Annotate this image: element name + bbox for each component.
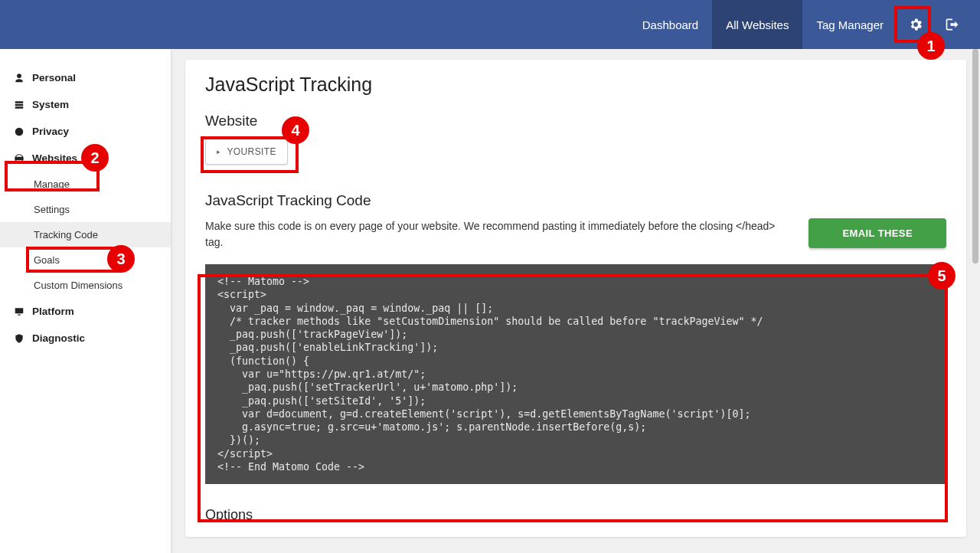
sidebar-sub-manage[interactable]: Manage xyxy=(0,172,171,197)
website-heading: Website xyxy=(205,113,946,129)
site-selector[interactable]: YOURSITE xyxy=(205,139,288,165)
sidebar-label: Privacy xyxy=(32,126,69,137)
sidebar-label: System xyxy=(32,99,69,110)
sidebar-label: Websites xyxy=(32,152,77,164)
email-these-button[interactable]: EMAIL THESE xyxy=(808,218,946,248)
gear-icon[interactable] xyxy=(897,0,934,49)
logout-icon[interactable] xyxy=(934,0,971,49)
nav-tag-manager[interactable]: Tag Manager xyxy=(802,0,897,49)
sidebar-label: Diagnostic xyxy=(32,332,85,344)
tracking-code-description: Make sure this code is on every page of … xyxy=(205,218,790,250)
sidebar-label: Platform xyxy=(32,306,74,317)
sidebar-item-websites[interactable]: Websites xyxy=(0,145,171,172)
user-icon xyxy=(14,73,24,83)
sidebar-item-privacy[interactable]: Privacy xyxy=(0,118,171,145)
globe-icon xyxy=(14,153,24,164)
sidebar-item-platform[interactable]: Platform xyxy=(0,298,171,325)
options-heading: Options xyxy=(205,507,946,523)
sidebar-item-personal[interactable]: Personal xyxy=(0,64,171,91)
sidebar-sub-custom-dimensions[interactable]: Custom Dimensions xyxy=(0,273,171,298)
sidebar: Personal System Privacy Websites Manage … xyxy=(0,49,172,553)
sidebar-sub-tracking-code[interactable]: Tracking Code xyxy=(0,222,171,247)
main-content: JavaScript Tracking Website YOURSITE Jav… xyxy=(172,49,980,553)
sidebar-label: Personal xyxy=(32,72,76,83)
tracking-code-block[interactable]: <!-- Matomo --> <script> var _paq = wind… xyxy=(205,264,946,484)
svg-point-0 xyxy=(15,127,24,136)
nav-all-websites[interactable]: All Websites xyxy=(712,0,802,49)
sidebar-item-diagnostic[interactable]: Diagnostic xyxy=(0,325,171,352)
sidebar-sub-settings[interactable]: Settings xyxy=(0,197,171,222)
top-nav: Dashboard All Websites Tag Manager xyxy=(0,0,980,49)
shield-icon xyxy=(14,333,24,344)
nav-dashboard[interactable]: Dashboard xyxy=(629,0,712,49)
monitor-icon xyxy=(14,306,24,317)
scrollbar[interactable] xyxy=(972,49,978,263)
sidebar-sub-goals[interactable]: Goals xyxy=(0,247,171,273)
tracking-code-heading: JavaScript Tracking Code xyxy=(205,192,946,209)
page-title: JavaScript Tracking xyxy=(205,74,946,96)
sidebar-item-system[interactable]: System xyxy=(0,91,171,118)
lock-icon xyxy=(14,126,24,137)
server-icon xyxy=(14,100,24,110)
